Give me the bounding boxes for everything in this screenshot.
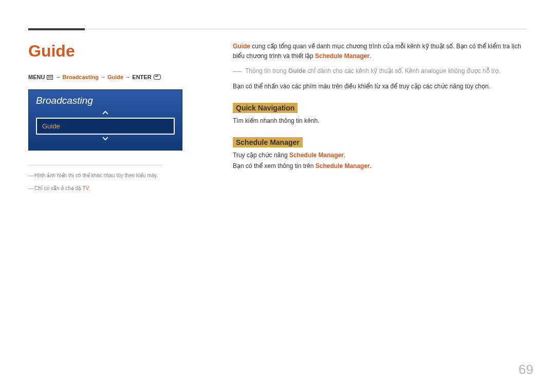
sm-l2-a: Bạn có thể xem thông tin trên — [233, 162, 316, 170]
footnote-2-hl: TV — [83, 185, 89, 191]
note-dash-icon — [233, 69, 243, 74]
osd-down-arrow[interactable] — [36, 136, 175, 143]
hl-guide: Guide — [233, 43, 250, 50]
page-title: Guide — [28, 42, 208, 61]
manual-page: Guide MENU → Broadcasting → Guide → ENTE… — [0, 0, 555, 392]
hl-schedule-manager: Schedule Manager — [315, 52, 369, 60]
menu-icon — [47, 75, 53, 80]
menu-path: MENU → Broadcasting → Guide → ENTER — [28, 74, 208, 80]
note-b: chỉ dành cho các kênh kỹ thuật số. Kênh … — [306, 67, 501, 74]
menu-label: MENU — [28, 74, 45, 80]
breadcrumb-broadcasting: Broadcasting — [63, 74, 99, 80]
arrow: → — [100, 74, 106, 80]
osd-item-guide[interactable]: Guide — [36, 118, 175, 135]
p1-a: cung cấp tổng quan về danh mục chương tr… — [233, 43, 521, 60]
footnote-1: ―Hình ảnh hiển thị có thể khác nhau tùy … — [28, 172, 162, 179]
note-line: Thông tin trong Guide chỉ dành cho các k… — [233, 66, 527, 76]
chevron-down-icon — [102, 136, 109, 141]
footnote-2-pre: Chỉ có sẵn ở chế độ — [34, 185, 83, 191]
enter-icon — [154, 74, 161, 80]
breadcrumb-guide: Guide — [107, 74, 123, 80]
left-column: Guide MENU → Broadcasting → Guide → ENTE… — [28, 42, 208, 197]
sm-l1-b: . — [344, 152, 345, 159]
schedule-manager-line2: Bạn có thể xem thông tin trên Schedule M… — [233, 161, 527, 171]
arrow: → — [125, 74, 131, 80]
quick-navigation-body: Tìm kiếm nhanh thông tin kênh. — [233, 116, 527, 126]
section-schedule-manager: Schedule Manager — [233, 137, 303, 147]
right-column: Guide cung cấp tổng quan về danh mục chư… — [233, 42, 527, 197]
footnote-1-text: Hình ảnh hiển thị có thể khác nhau tùy t… — [34, 173, 158, 178]
page-number: 69 — [519, 362, 533, 378]
p1-b: . — [369, 52, 371, 60]
sm-l2-hl: Schedule Manager — [316, 162, 370, 170]
top-rule — [28, 28, 527, 30]
osd-panel: Broadcasting Guide — [28, 89, 182, 151]
footnotes: ―Hình ảnh hiển thị có thể khác nhau tùy … — [28, 165, 162, 192]
note-a: Thông tin trong — [245, 67, 288, 74]
chevron-up-icon — [102, 110, 109, 115]
section-quick-navigation: Quick Navigation — [233, 103, 298, 113]
p2: Bạn có thể nhấn vào các phím màu trên đi… — [233, 82, 527, 91]
note-hl: Guide — [288, 67, 306, 74]
rule-accent — [28, 28, 85, 30]
sm-l1-a: Truy cập chức năng — [233, 152, 289, 159]
schedule-manager-line1: Truy cập chức năng Schedule Manager. — [233, 151, 527, 160]
intro-paragraph: Guide cung cấp tổng quan về danh mục chư… — [233, 42, 527, 61]
sm-l2-b: . — [370, 162, 372, 170]
rule-thin — [85, 29, 527, 29]
content-columns: Guide MENU → Broadcasting → Guide → ENTE… — [28, 42, 527, 197]
sm-l1-hl: Schedule Manager — [289, 152, 344, 159]
enter-label: ENTER — [132, 74, 151, 80]
osd-up-arrow[interactable] — [36, 109, 175, 117]
footnote-2-post: . — [88, 185, 90, 191]
osd-panel-title: Broadcasting — [36, 95, 175, 106]
footnote-2: ―Chỉ có sẵn ở chế độ TV. — [28, 184, 162, 192]
arrow: → — [55, 74, 61, 80]
